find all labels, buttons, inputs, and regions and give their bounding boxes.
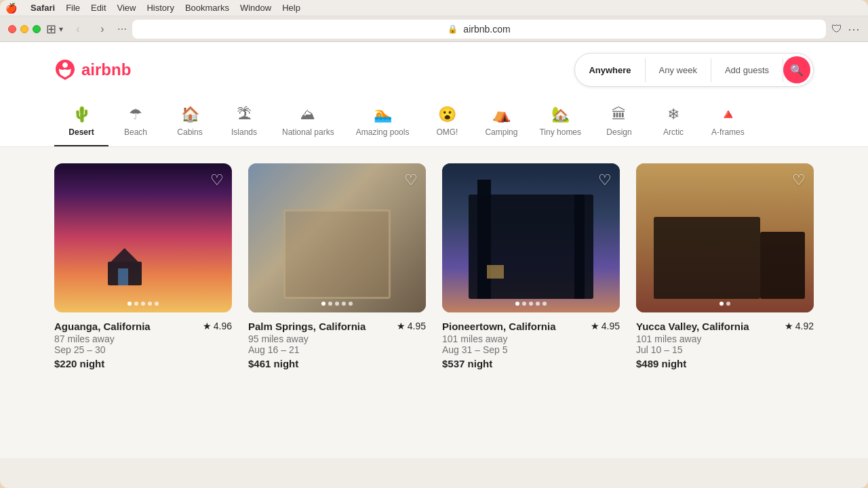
- star-icon-1: ★: [203, 321, 212, 331]
- category-a-frames-label: A-frames: [711, 127, 745, 137]
- location-button[interactable]: Anywhere: [575, 58, 645, 82]
- listing-card-3[interactable]: ♡ Pioneertown, California: [442, 163, 620, 369]
- listing-image-4: ♡: [636, 163, 814, 312]
- dot-4: [536, 302, 540, 306]
- category-omg-label: OMG!: [436, 127, 458, 137]
- dot-5: [155, 302, 159, 306]
- national-parks-icon: ⛰: [300, 106, 315, 123]
- minimize-button[interactable]: [20, 25, 28, 33]
- category-camping[interactable]: ⛺ Camping: [474, 100, 528, 146]
- guests-button[interactable]: Add guests: [711, 58, 783, 82]
- airbnb-wordmark: airbnb: [81, 60, 131, 79]
- history-menu-item[interactable]: History: [146, 3, 174, 13]
- price-unit-2: night: [274, 358, 299, 369]
- listing-card-1[interactable]: ♡ Aguanga, California: [54, 163, 232, 369]
- listing-info-4: Yucca Valley, California ★ 4.92 101 mile…: [636, 312, 814, 369]
- wishlist-button-2[interactable]: ♡: [404, 171, 418, 189]
- listing-card-2[interactable]: ♡ Palm Springs, California: [248, 163, 426, 369]
- edit-menu-item[interactable]: Edit: [91, 3, 106, 13]
- file-menu-item[interactable]: File: [66, 3, 80, 13]
- category-tiny-homes[interactable]: 🏡 Tiny homes: [528, 100, 592, 146]
- traffic-lights: [8, 25, 41, 33]
- listing-title-4: Yucca Valley, California: [636, 321, 749, 332]
- listing-price-4: $489 night: [636, 358, 814, 369]
- chevron-down-icon: ▾: [59, 24, 63, 34]
- location-label: Anywhere: [589, 65, 631, 75]
- search-bar[interactable]: Anywhere Any week Add guests 🔍: [574, 53, 814, 87]
- dot-1: [515, 302, 519, 306]
- omg-icon: 😮: [438, 106, 456, 123]
- view-menu-item[interactable]: View: [117, 3, 136, 13]
- price-unit-1: night: [80, 358, 105, 369]
- wishlist-button-3[interactable]: ♡: [598, 171, 612, 189]
- listing-price-3: $537 night: [442, 358, 620, 369]
- category-arctic[interactable]: ❄ Arctic: [646, 100, 701, 146]
- desert-icon: 🌵: [73, 106, 91, 123]
- week-button[interactable]: Any week: [646, 58, 711, 82]
- category-cabins-label: Cabins: [177, 127, 202, 137]
- header-top: airbnb Anywhere Any week Add guests: [54, 53, 814, 95]
- category-national-parks[interactable]: ⛰ National parks: [271, 100, 345, 146]
- category-beach-label: Beach: [124, 127, 147, 137]
- category-nav: 🌵 Desert ☂ Beach 🏠 Cabins 🏝 Islands: [54, 95, 814, 146]
- dot-5: [349, 302, 353, 306]
- listing-image-1: ♡: [54, 163, 232, 312]
- forward-button[interactable]: ›: [93, 20, 112, 39]
- wishlist-button-4[interactable]: ♡: [792, 171, 806, 189]
- address-bar[interactable]: 🔒 airbnb.com: [132, 20, 826, 39]
- cabins-icon: 🏠: [181, 106, 199, 123]
- listing-title-3: Pioneertown, California: [442, 321, 556, 332]
- design-icon: 🏛: [612, 106, 627, 123]
- listing-rating-3: ★ 4.95: [591, 321, 620, 331]
- search-submit-button[interactable]: 🔍: [783, 56, 810, 83]
- category-arctic-label: Arctic: [663, 127, 684, 137]
- week-label: Any week: [659, 65, 697, 75]
- image-dots-1: [127, 302, 159, 306]
- dot-1: [719, 302, 724, 306]
- dot-3: [141, 302, 145, 306]
- price-unit-3: night: [468, 358, 493, 369]
- sidebar-toggle-button[interactable]: ⊞ ▾: [46, 22, 63, 37]
- category-islands[interactable]: 🏝 Islands: [217, 100, 271, 146]
- lock-icon: 🔒: [448, 24, 458, 34]
- listing-price-1: $220 night: [54, 358, 232, 369]
- amazing-pools-icon: 🏊: [374, 106, 392, 123]
- category-amazing-pools[interactable]: 🏊 Amazing pools: [345, 100, 420, 146]
- window-menu-item[interactable]: Window: [240, 3, 271, 13]
- listing-distance-2: 95 miles away: [248, 333, 426, 344]
- category-a-frames[interactable]: 🔺 A-frames: [701, 100, 755, 146]
- help-menu-item[interactable]: Help: [282, 3, 300, 13]
- category-desert[interactable]: 🌵 Desert: [54, 100, 108, 146]
- category-beach[interactable]: ☂ Beach: [108, 100, 163, 146]
- category-design[interactable]: 🏛 Design: [592, 100, 646, 146]
- star-icon-3: ★: [591, 321, 599, 331]
- extensions-button[interactable]: ⋯: [848, 22, 860, 37]
- menu-bar: 🍎 Safari File Edit View History Bookmark…: [0, 0, 868, 16]
- listing-dates-3: Aug 31 – Sep 5: [442, 344, 620, 355]
- share-button[interactable]: ⋯: [117, 24, 127, 35]
- bookmarks-menu-item[interactable]: Bookmarks: [185, 3, 229, 13]
- category-islands-label: Islands: [231, 127, 257, 137]
- safari-menu-item[interactable]: Safari: [31, 3, 55, 13]
- category-camping-label: Camping: [485, 127, 517, 137]
- category-desert-label: Desert: [68, 127, 94, 137]
- close-button[interactable]: [8, 25, 16, 33]
- wishlist-button-1[interactable]: ♡: [210, 171, 224, 189]
- tiny-homes-icon: 🏡: [551, 106, 570, 123]
- listing-rating-4: ★ 4.92: [785, 321, 814, 331]
- category-cabins[interactable]: 🏠 Cabins: [163, 100, 217, 146]
- shield-button[interactable]: 🛡: [831, 23, 842, 35]
- category-tiny-homes-label: Tiny homes: [539, 127, 581, 137]
- airbnb-logo[interactable]: airbnb: [54, 59, 131, 81]
- category-omg[interactable]: 😮 OMG!: [420, 100, 474, 146]
- price-unit-4: night: [662, 358, 687, 369]
- dot-2: [726, 302, 730, 306]
- category-design-label: Design: [606, 127, 631, 137]
- back-button[interactable]: ‹: [68, 20, 87, 39]
- maximize-button[interactable]: [33, 25, 41, 33]
- title-bar: ⊞ ▾ ‹ › ⋯ 🔒 airbnb.com 🛡 ⋯: [0, 16, 868, 42]
- listing-card-4[interactable]: ♡ Yucca Valley, California ★ 4.92: [636, 163, 814, 369]
- guests-label: Add guests: [725, 65, 769, 75]
- airbnb-logo-icon: [54, 59, 76, 81]
- arctic-icon: ❄: [667, 106, 679, 123]
